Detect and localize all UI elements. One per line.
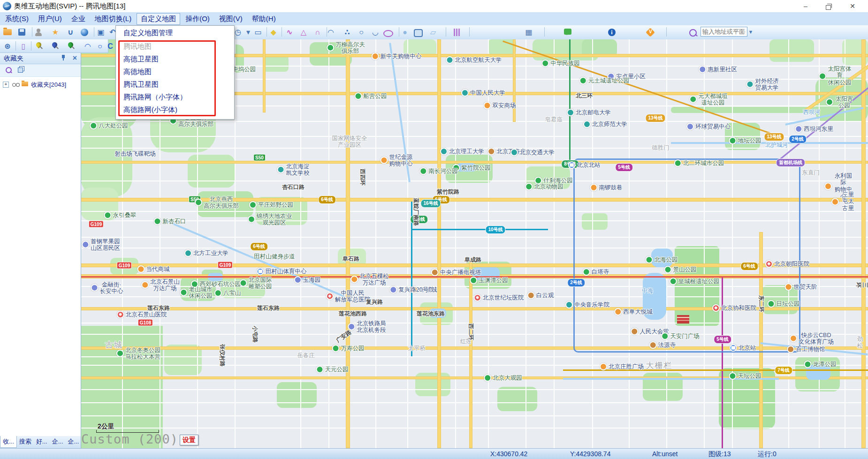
bars-icon[interactable] bbox=[454, 29, 460, 36]
settings-button[interactable]: 设置 bbox=[180, 435, 198, 445]
menu-item-6[interactable]: 高德路网(小字体) bbox=[116, 103, 234, 116]
map-label: 北二环城市公园 bbox=[674, 159, 724, 167]
sidebar-tab-4[interactable]: 企... bbox=[50, 436, 66, 447]
minor-road bbox=[81, 389, 868, 390]
sidebar-tab-1[interactable]: 收... bbox=[0, 436, 17, 448]
pushpin-blue-icon[interactable] bbox=[51, 41, 59, 49]
search-input[interactable] bbox=[700, 27, 747, 37]
menu-item-custom-map-manage[interactable]: 自定义地图管理 bbox=[116, 26, 234, 40]
park-poi-icon bbox=[249, 201, 257, 209]
arc-line-icon[interactable]: ◠ bbox=[326, 27, 336, 38]
arc2-icon[interactable]: ◠ bbox=[83, 41, 93, 52]
menubar-item-3[interactable]: 企业 bbox=[67, 13, 90, 25]
rounded-rect-icon[interactable] bbox=[414, 29, 423, 37]
menubar-item-7[interactable]: 视图(V) bbox=[215, 13, 247, 25]
copy-icon[interactable] bbox=[18, 68, 23, 73]
subway-line-badge: 2号线 bbox=[567, 278, 585, 287]
star-icon[interactable]: ★ bbox=[50, 27, 61, 38]
filled-circle-icon[interactable]: ● bbox=[400, 27, 410, 38]
pushpin-yellow-icon[interactable] bbox=[35, 41, 43, 49]
menubar-item-4[interactable]: 地图切换(L) bbox=[91, 13, 136, 25]
page-icon[interactable]: ▯ bbox=[18, 41, 29, 52]
panel-close-icon[interactable]: × bbox=[73, 53, 77, 64]
circle-icon[interactable]: ○ bbox=[356, 27, 366, 38]
table-icon[interactable]: ▦ bbox=[524, 27, 534, 38]
menu-item-5[interactable]: 腾讯路网（小字体） bbox=[116, 90, 234, 103]
users-icon[interactable] bbox=[35, 29, 43, 36]
menu-item-3[interactable]: 高德地图 bbox=[116, 65, 234, 78]
menubar-item-2[interactable]: 用户(U) bbox=[34, 13, 66, 25]
camera-icon[interactable]: ▭ bbox=[253, 27, 263, 38]
map-label: M北京站 bbox=[730, 344, 756, 352]
map-label-text: 北京站 bbox=[739, 345, 756, 351]
map-label: 蓝靛厂南路 bbox=[412, 198, 419, 226]
dock-pin-icon[interactable] bbox=[61, 55, 66, 60]
route-icon[interactable]: ∪ bbox=[65, 27, 76, 38]
school-poi-icon bbox=[510, 149, 518, 156]
diamond-pin-icon[interactable]: ◆ bbox=[268, 27, 279, 38]
menubar-item-8[interactable]: 帮助(H) bbox=[248, 13, 280, 25]
park-poi-icon bbox=[484, 374, 491, 382]
gov-poi-icon bbox=[487, 148, 495, 155]
scatter-dots-icon[interactable]: ∴ bbox=[342, 27, 352, 38]
crop-icon[interactable]: ▣ bbox=[96, 27, 106, 38]
save-icon[interactable] bbox=[18, 29, 25, 36]
ellipse-icon[interactable] bbox=[383, 30, 393, 37]
gear-icon[interactable]: ⊛ bbox=[2, 41, 13, 52]
circle2-icon[interactable]: ○ bbox=[95, 41, 105, 52]
map-label-text: 广安路 bbox=[335, 329, 352, 344]
toolbar-separator bbox=[94, 27, 94, 37]
minor-road bbox=[488, 39, 489, 448]
polygon-icon[interactable]: ▱ bbox=[428, 27, 438, 38]
toolbar-separator bbox=[446, 27, 446, 37]
map-label: 惠新里社区 bbox=[699, 66, 737, 73]
triangle-icon[interactable]: △ bbox=[298, 27, 309, 38]
map-label: 当代商城 bbox=[137, 265, 170, 273]
tree-expand-icon[interactable]: + bbox=[3, 82, 9, 88]
dropdown-arrow-icon[interactable]: ▾ bbox=[243, 27, 253, 38]
school-poi-icon bbox=[184, 249, 192, 257]
search-favorites-icon[interactable] bbox=[6, 67, 12, 73]
park-poi-icon bbox=[104, 211, 112, 219]
info-icon[interactable] bbox=[608, 29, 616, 36]
search-dropdown-arrow[interactable]: ▼ bbox=[747, 28, 754, 36]
curve-icon[interactable]: C bbox=[105, 41, 115, 52]
menubar-item-6[interactable]: 操作(O) bbox=[181, 13, 214, 25]
map-label: 张仪村路 bbox=[219, 344, 225, 367]
arc-icon[interactable]: ◡ bbox=[370, 27, 381, 38]
restore-button[interactable] bbox=[820, 1, 836, 11]
chat-icon[interactable] bbox=[564, 29, 571, 35]
map-label: 中央广播电视塔 bbox=[431, 269, 481, 276]
polyline-icon[interactable]: ∿ bbox=[284, 27, 295, 38]
menubar-item-1[interactable]: 系统(S) bbox=[1, 13, 33, 25]
open-folder-icon[interactable] bbox=[3, 29, 12, 35]
title-bar: 奥维互动地图(SVIP) -- 腾讯地图[13] – ✕ bbox=[0, 0, 868, 12]
map-label: 北京石景山 万达广场 bbox=[141, 278, 180, 292]
sidebar-tab-2[interactable]: 搜索 bbox=[17, 436, 34, 447]
search-icon[interactable] bbox=[689, 29, 697, 37]
school-poi-icon bbox=[440, 148, 448, 155]
close-button[interactable]: ✕ bbox=[845, 1, 860, 11]
minimize-button[interactable]: – bbox=[798, 1, 814, 11]
gov-poi-icon bbox=[631, 328, 638, 335]
major-road bbox=[469, 260, 472, 448]
app-logo-icon bbox=[3, 2, 11, 10]
map-label-text: 首钢苹果园 山区居民区 bbox=[91, 238, 120, 252]
menu-item-2[interactable]: 高德卫星图 bbox=[116, 53, 234, 65]
menu-item-4[interactable]: 腾讯卫星图 bbox=[116, 78, 234, 90]
wave-icon[interactable]: ∩ bbox=[312, 27, 323, 38]
vip-gem-icon[interactable] bbox=[646, 28, 655, 37]
map-label-text: 北京邮电大学 bbox=[576, 109, 611, 116]
menubar-item-5[interactable]: 自定义地图 bbox=[137, 13, 180, 25]
tree-root-label[interactable]: 收藏夹[2043] bbox=[31, 81, 66, 89]
map-label: 田村山健身步道 bbox=[254, 253, 295, 260]
park-poi-icon bbox=[240, 279, 247, 287]
app-window: { "window": { "title": "奥维互动地图(SVIP) -- … bbox=[0, 0, 868, 459]
status-item-3: Alt:unset bbox=[652, 450, 678, 458]
map-label: +北京协和医院 bbox=[712, 304, 756, 312]
globe-icon[interactable] bbox=[81, 29, 88, 36]
pushpin-green-icon[interactable] bbox=[67, 41, 75, 49]
sidebar-tab-3[interactable]: 好... bbox=[34, 436, 50, 447]
toolbar-secondary: ⊛▯◠○C bbox=[0, 39, 108, 53]
sidebar-tab-5[interactable]: 企... bbox=[66, 436, 82, 447]
